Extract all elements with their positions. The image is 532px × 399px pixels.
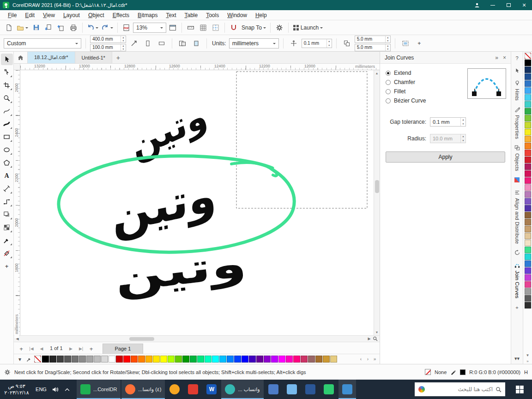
color-swatch[interactable] xyxy=(175,356,182,363)
color-swatch[interactable] xyxy=(123,356,130,363)
color-swatch[interactable] xyxy=(49,356,56,363)
menu-window[interactable]: Window xyxy=(223,11,251,20)
color-swatch[interactable] xyxy=(116,356,123,363)
pdf-button[interactable]: PDF xyxy=(121,22,133,34)
color-swatch[interactable] xyxy=(323,356,330,363)
color-swatch[interactable] xyxy=(525,254,531,260)
taskbar-app-coreldraw[interactable]: ...CorelDR xyxy=(77,380,121,399)
color-swatch[interactable] xyxy=(109,356,115,363)
color-swatch[interactable] xyxy=(234,356,241,363)
color-swatch[interactable] xyxy=(525,94,531,101)
nudge-distance-field[interactable]: 0.1 mm▲▼ xyxy=(302,39,332,48)
outline-pen-icon[interactable] xyxy=(450,369,456,375)
shape-tool[interactable] xyxy=(1,66,13,78)
menu-view[interactable]: View xyxy=(39,11,59,20)
color-swatch[interactable] xyxy=(286,356,293,363)
color-swatch[interactable] xyxy=(271,356,278,363)
rectangle-tool[interactable] xyxy=(1,131,13,143)
palette-scroll-down-icon[interactable]: ▼ xyxy=(526,352,530,358)
color-swatch[interactable] xyxy=(525,295,531,302)
color-swatch[interactable] xyxy=(278,356,285,363)
menu-object[interactable]: Object xyxy=(84,11,109,20)
docker-expand-icon[interactable]: » xyxy=(495,54,498,61)
color-swatch[interactable] xyxy=(525,184,531,191)
taskbar-app-app-green[interactable] xyxy=(320,380,338,399)
menu-bitmaps[interactable]: Bitmaps xyxy=(133,11,162,20)
color-swatch[interactable] xyxy=(525,129,531,135)
taskbar-app-file-explorer[interactable] xyxy=(283,380,301,399)
welcome-home-button[interactable] xyxy=(14,52,28,63)
color-swatch[interactable] xyxy=(197,356,204,363)
redo-button[interactable] xyxy=(100,22,115,34)
color-swatch[interactable] xyxy=(64,356,71,363)
docker-close-button[interactable]: × xyxy=(503,54,506,61)
horizontal-ruler[interactable]: 13200 13000 12800 12600 12400 12200 1200… xyxy=(20,64,380,70)
radio-fillet[interactable]: Fillet xyxy=(386,87,462,96)
units-select[interactable]: millimeters xyxy=(229,38,279,48)
eyedropper-tool[interactable] xyxy=(1,235,13,246)
taskbar-app-edge-whatsapp[interactable]: واتساب ... xyxy=(221,380,263,399)
show-grid-button[interactable] xyxy=(197,22,209,34)
speaker-icon[interactable] xyxy=(49,380,61,399)
horizontal-scroll-thumb[interactable] xyxy=(129,337,154,341)
color-swatch[interactable] xyxy=(131,356,138,363)
last-page-button[interactable]: ▶| xyxy=(77,344,86,354)
duplicate-x-field[interactable]: 5.0 mm▲▼ xyxy=(355,36,391,43)
color-swatch[interactable] xyxy=(330,356,337,363)
first-page-button[interactable]: |◀ xyxy=(27,344,36,354)
color-swatch[interactable] xyxy=(525,143,531,149)
new-tab-button[interactable]: + xyxy=(112,52,124,63)
page-size-preset-select[interactable]: Custom xyxy=(4,38,81,48)
color-swatch[interactable] xyxy=(525,73,531,80)
scroll-right-icon[interactable]: ▶ xyxy=(366,337,373,341)
color-swatch[interactable] xyxy=(293,356,300,363)
spinner[interactable]: ▲▼ xyxy=(121,44,126,51)
artistic-media-tool[interactable] xyxy=(1,118,13,130)
menu-help[interactable]: Help xyxy=(251,11,271,20)
save-button[interactable] xyxy=(30,22,42,34)
color-swatch[interactable] xyxy=(525,136,531,142)
page-width-field[interactable]: 400.0 mm▲▼ xyxy=(90,36,126,43)
taskbar-app-orange-app[interactable] xyxy=(166,380,183,399)
color-swatch[interactable] xyxy=(525,205,531,212)
menu-effects[interactable]: Effects xyxy=(109,11,133,20)
pick-tool[interactable] xyxy=(1,54,13,65)
menu-tools[interactable]: Tools xyxy=(202,11,223,20)
color-swatch[interactable] xyxy=(525,219,531,225)
no-color-swatch[interactable] xyxy=(525,53,531,59)
crop-tool[interactable] xyxy=(1,79,13,91)
color-swatch[interactable] xyxy=(525,226,531,232)
docker-tab-properties[interactable]: Properties xyxy=(514,106,521,139)
taskbar-app-word[interactable]: W xyxy=(203,380,220,399)
launch-button[interactable]: Launch xyxy=(291,22,324,34)
color-swatch[interactable] xyxy=(57,356,64,363)
color-swatch[interactable] xyxy=(256,356,263,363)
color-swatch[interactable] xyxy=(525,177,531,184)
search-input[interactable] xyxy=(428,386,493,393)
show-guidelines-button[interactable] xyxy=(210,22,222,34)
polygon-tool[interactable] xyxy=(1,157,13,169)
palette-expand-icon[interactable]: » xyxy=(526,358,528,364)
vertical-scrollbar[interactable]: ▲ ▼ xyxy=(374,70,380,335)
color-swatch[interactable] xyxy=(153,356,160,363)
color-swatch[interactable] xyxy=(525,267,531,274)
taskbar-app-firefox[interactable]: (٤) واتسا... xyxy=(121,380,165,399)
taskbar-app-store[interactable] xyxy=(339,380,356,399)
drawing-canvas[interactable]: وتين وتين وتين xyxy=(20,70,374,335)
color-swatch[interactable] xyxy=(525,191,531,198)
gap-tolerance-field[interactable]: 0.1 mm ▲▼ xyxy=(430,117,466,127)
color-swatch[interactable] xyxy=(525,157,531,163)
color-swatch[interactable] xyxy=(525,101,531,108)
docker-tab-join-curves[interactable]: Join Curves xyxy=(514,261,521,298)
color-swatch[interactable] xyxy=(525,281,531,288)
color-swatch[interactable] xyxy=(525,150,531,156)
add-tool-button[interactable]: + xyxy=(1,260,13,272)
scroll-up-icon[interactable]: ▲ xyxy=(374,70,380,76)
print-button[interactable] xyxy=(67,22,79,34)
snap-to-button[interactable]: Snap To xyxy=(240,22,267,34)
spinner[interactable]: ▲▼ xyxy=(121,36,126,42)
color-eyedropper-button[interactable] xyxy=(25,355,33,363)
color-swatch[interactable] xyxy=(525,80,531,87)
taskbar-search[interactable] xyxy=(415,382,505,396)
radio-extend[interactable]: Extend xyxy=(386,68,462,78)
